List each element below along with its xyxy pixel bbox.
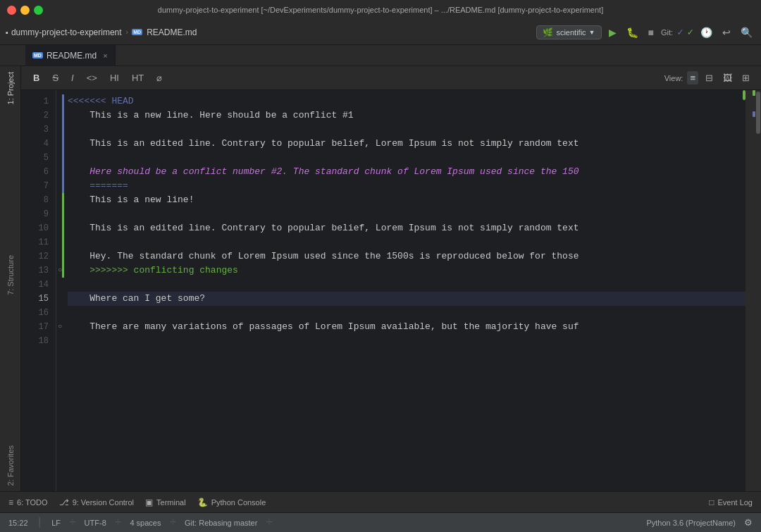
code-line-12: Hey. The standard chunk of Lorem Ipsum u… (68, 249, 745, 264)
line-num-5: 5 (21, 151, 56, 165)
encoding[interactable]: UTF-8 (85, 519, 106, 527)
strikethrough-button[interactable]: S (49, 71, 62, 85)
todo-tool[interactable]: ≡ 6: TODO (8, 497, 48, 507)
code-line-6: Here should be a conflict number #2. The… (68, 165, 745, 179)
git-status[interactable]: Git: Rebasing master (185, 519, 257, 527)
view-split-button[interactable]: ⊟ (703, 71, 716, 85)
italic-button[interactable]: I (68, 71, 78, 85)
toolbar-right: 🌿 scientific ▼ ▶ 🐛 ■ Git: ✓ ✓ 🕐 ↩ 🔍 (536, 25, 755, 39)
bold-button[interactable]: B (30, 71, 43, 85)
chevron-down-icon: ▼ (589, 29, 595, 36)
event-log-tool[interactable]: □ Event Log (709, 497, 753, 507)
run-button[interactable]: ▶ (606, 25, 619, 39)
conflict-bar-purple (62, 151, 64, 165)
link-button[interactable]: ⌀ (153, 71, 166, 85)
minimize-button[interactable] (20, 6, 30, 15)
line-num-9: 9 (21, 207, 56, 221)
h2-button[interactable]: HT (128, 71, 147, 85)
code-line-9 (68, 207, 745, 221)
python-console-label: Python Console (211, 498, 266, 507)
breadcrumb-sep: › (125, 28, 130, 37)
conflict-bar-green (62, 264, 64, 278)
debug-button[interactable]: 🐛 (624, 25, 641, 39)
folder-icon: ▪ (6, 28, 8, 37)
line-num-6: 6 (21, 165, 56, 179)
main-area: 1: Project 7: Structure 2: Favorites B S… (0, 66, 761, 491)
bottom-toolbar: ≡ 6: TODO ⎇ 9: Version Control ▣ Termina… (0, 491, 761, 512)
breadcrumb-file[interactable]: MD README.md (132, 27, 197, 37)
h1-button[interactable]: HI (106, 71, 123, 85)
conflict-bar-green (62, 235, 64, 249)
md-icon: MD (132, 29, 142, 35)
cursor-position[interactable]: 15:22 (8, 519, 28, 527)
format-toolbar: B S I <> HI HT ⌀ View: ≡ ⊟ 🖼 ⊞ (21, 66, 761, 90)
view-preview-button[interactable]: 🖼 (720, 71, 735, 85)
sidebar-item-structure[interactable]: 7: Structure (6, 249, 15, 301)
indent[interactable]: 4 spaces (130, 519, 161, 527)
window-controls (7, 6, 43, 15)
breadcrumb: ▪ dummy-project-to-experiment › MD READM… (6, 27, 533, 37)
git-check-icon: ✓ (677, 26, 683, 38)
line-num-8: 8 (21, 193, 56, 207)
sidebar-item-favorites[interactable]: 2: Favorites (6, 440, 15, 491)
scientific-label: scientific (556, 28, 586, 37)
conflict-bar-purple (62, 137, 64, 151)
terminal-label: Terminal (156, 498, 186, 507)
maximize-button[interactable] (34, 6, 43, 15)
tab-close-button[interactable]: × (103, 51, 107, 60)
conflict-bar-green (62, 249, 64, 264)
line-num-7: 7 (21, 179, 56, 193)
status-bar: 15:22 | LF ÷ UTF-8 ÷ 4 spaces ÷ Git: Reb… (0, 512, 761, 532)
line-num-2: 2 (21, 109, 56, 123)
python-console-tool[interactable]: 🐍 Python Console (197, 497, 266, 507)
python-version[interactable]: Python 3.6 (ProjectName) (646, 519, 736, 527)
editor-area[interactable]: 123456789101112131415161718 <<<<<<< HEAD… (21, 90, 761, 491)
history-button[interactable]: 🕐 (698, 25, 715, 39)
gutter-arrow: ○ (58, 264, 62, 278)
search-button[interactable]: 🔍 (738, 25, 755, 39)
change-marker-green2 (753, 111, 755, 117)
conflict-bar-purple (62, 165, 64, 179)
todo-icon: ≡ (8, 497, 13, 507)
conflict-bar-green (62, 193, 64, 207)
line-ending[interactable]: LF (51, 519, 61, 527)
code-line-7: ======= (68, 179, 745, 193)
sidebar-item-project[interactable]: 1: Project (6, 66, 15, 110)
close-button[interactable] (7, 6, 16, 15)
terminal-tool[interactable]: ▣ Terminal (145, 497, 186, 507)
conflict-bar-purple (62, 94, 64, 109)
code-content[interactable]: <<<<<<< HEAD This is a new line. Here sh… (56, 90, 745, 491)
git-check-green-icon: ✓ (688, 26, 693, 38)
breadcrumb-folder-name: dummy-project-to-experiment (11, 27, 122, 37)
python-icon: 🐍 (197, 497, 208, 507)
gutter-arrow: ○ (58, 320, 62, 334)
breadcrumb-folder[interactable]: ▪ dummy-project-to-experiment (6, 27, 122, 37)
version-control-tool[interactable]: ⎇ 9: Version Control (59, 497, 134, 507)
view-grid-button[interactable]: ⊞ (739, 71, 753, 85)
line-num-14: 14 (21, 278, 56, 292)
scrollbar-thumb[interactable] (756, 92, 760, 134)
line-num-13: 13 (21, 264, 56, 278)
conflict-bar-green (62, 207, 64, 221)
scrollbar[interactable] (755, 90, 761, 491)
undo-button[interactable]: ↩ (719, 25, 734, 39)
code-line-11 (68, 235, 745, 249)
code-line-3 (68, 123, 745, 137)
scientific-button[interactable]: 🌿 scientific ▼ (536, 25, 601, 39)
tab-readme[interactable]: MD README.md × (25, 45, 116, 66)
left-panel: 1: Project 7: Structure 2: Favorites (0, 66, 21, 491)
stop-button[interactable]: ■ (645, 25, 657, 39)
code-line-2: This is a new line. Here should be a con… (68, 109, 745, 123)
title-bar: dummy-project-to-experiment [~/DevExperi… (0, 0, 761, 20)
view-list-button[interactable]: ≡ (687, 71, 698, 85)
view-label: View: (664, 74, 683, 82)
line-num-16: 16 (21, 306, 56, 320)
window-title: dummy-project-to-experiment [~/DevExperi… (158, 6, 603, 14)
line-num-12: 12 (21, 249, 56, 264)
code-line-17: There are many variations of passages of… (68, 320, 745, 334)
code-button[interactable]: <> (83, 71, 101, 85)
line-numbers: 123456789101112131415161718 (21, 90, 56, 491)
line-num-1: 1 (21, 94, 56, 109)
change-marker-green (753, 90, 755, 96)
editor-container: B S I <> HI HT ⌀ View: ≡ ⊟ 🖼 ⊞ 123456789… (21, 66, 761, 491)
